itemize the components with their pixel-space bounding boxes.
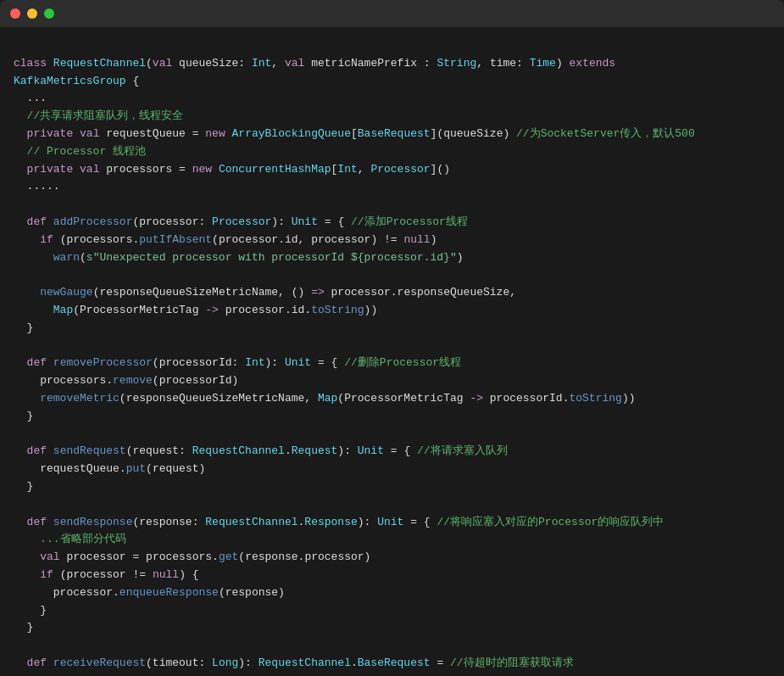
close-button[interactable] — [10, 8, 20, 19]
minimize-button[interactable] — [27, 8, 37, 19]
main-window: class RequestChannel(val queueSize: Int,… — [0, 0, 784, 676]
maximize-button[interactable] — [44, 8, 54, 19]
title-bar — [0, 0, 784, 27]
code-area[interactable]: class RequestChannel(val queueSize: Int,… — [0, 27, 784, 676]
code-content: class RequestChannel(val queueSize: Int,… — [14, 37, 770, 676]
traffic-lights — [10, 8, 54, 19]
